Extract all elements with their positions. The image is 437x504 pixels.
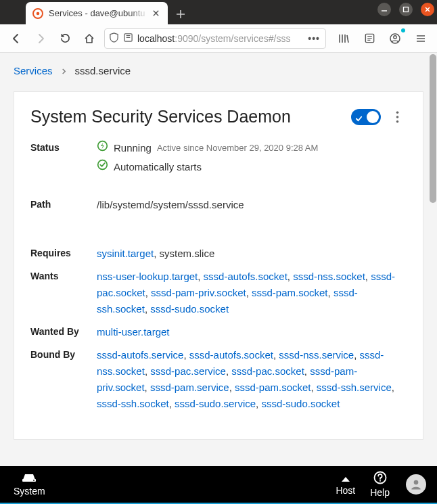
wantedby-label: Wanted By: [30, 324, 97, 339]
svg-point-13: [33, 480, 34, 481]
dependency-link[interactable]: sssd-autofs.service: [97, 349, 183, 361]
browser-tab[interactable]: Services - dave@ubuntu: [26, 2, 168, 24]
reload-button[interactable]: [55, 29, 74, 48]
dependency-link[interactable]: sssd-sudo.socket: [261, 398, 340, 409]
url-text: localhost:9090/system/services#/sss: [137, 33, 302, 44]
help-nav-button[interactable]: Help: [365, 471, 395, 498]
status-row: Status Running Active since November 29,…: [30, 140, 407, 175]
dependency-link[interactable]: sssd-pac.service: [150, 365, 226, 377]
browser-toolbar: localhost:9090/system/services#/sss •••: [0, 24, 437, 53]
svg-point-6: [394, 35, 396, 38]
dependency-link[interactable]: sssd-nss.service: [279, 349, 354, 361]
chevron-right-icon: [61, 65, 67, 76]
host-nav-button[interactable]: Host: [330, 474, 361, 496]
window-minimize-button[interactable]: [377, 3, 391, 16]
boundby-label: Bound By: [30, 347, 97, 362]
dependency-link[interactable]: sssd-sudo.service: [175, 398, 256, 409]
autostart-check-icon: [97, 159, 108, 175]
dependency-link[interactable]: sssd-autofs.socket: [204, 271, 288, 282]
window-controls: [377, 3, 434, 16]
browser-tabstrip: Services - dave@ubuntu: [0, 0, 437, 24]
page-title: System Security Services Daemon: [30, 107, 291, 127]
page-viewport: Services sssd.service System Security Se…: [0, 53, 437, 466]
svg-point-1: [37, 12, 40, 15]
reader-view-button[interactable]: [360, 29, 379, 48]
new-tab-button[interactable]: [170, 4, 191, 24]
actions-menu-button[interactable]: [388, 108, 407, 127]
wantedby-list: multi-user.target: [97, 324, 407, 340]
account-button[interactable]: [386, 29, 405, 48]
wants-list: nss-user-lookup.target, sssd-autofs.sock…: [97, 269, 407, 317]
status-since: Active since November 29, 2020 9:28 AM: [157, 141, 318, 156]
site-info-icon[interactable]: [123, 32, 133, 45]
help-label: Help: [370, 487, 390, 498]
library-button[interactable]: [334, 29, 353, 48]
toolbar-right: [331, 29, 430, 48]
back-button[interactable]: [7, 29, 26, 48]
path-row: Path /lib/systemd/system/sssd.service: [30, 197, 407, 213]
address-bar[interactable]: localhost:9090/system/services#/sss •••: [104, 28, 326, 49]
path-value: /lib/systemd/system/sssd.service: [97, 197, 407, 213]
dependency-link[interactable]: sssd-pam.socket: [252, 287, 328, 298]
breadcrumb-root-link[interactable]: Services: [14, 65, 53, 76]
breadcrumb: Services sssd.service: [0, 53, 437, 86]
svg-point-16: [414, 480, 419, 485]
help-icon: [373, 471, 387, 486]
boundby-row: Bound By sssd-autofs.service, sssd-autof…: [30, 347, 407, 412]
page-title-row: System Security Services Daemon: [30, 107, 407, 127]
svg-rect-2: [404, 7, 409, 12]
service-enable-toggle[interactable]: [351, 109, 381, 125]
path-label: Path: [30, 197, 97, 212]
dependency-link: system.slice: [160, 248, 215, 259]
home-button[interactable]: [80, 29, 99, 48]
boundby-list: sssd-autofs.service, sssd-autofs.socket,…: [97, 347, 407, 412]
system-label: System: [14, 486, 45, 497]
requires-list: sysinit.target, system.slice: [97, 246, 407, 262]
cockpit-favicon: [32, 8, 43, 19]
system-nav-button[interactable]: System: [8, 472, 51, 497]
wants-row: Wants nss-user-lookup.target, sssd-autof…: [30, 269, 407, 317]
svg-point-11: [98, 160, 108, 170]
status-label: Status: [30, 140, 97, 155]
triangle-up-icon: [341, 474, 350, 484]
dependency-link[interactable]: sssd-pam.socket: [235, 382, 311, 393]
dependency-link[interactable]: sssd-autofs.socket: [189, 349, 273, 361]
wantedby-row: Wanted By multi-user.target: [30, 324, 407, 340]
scrollbar[interactable]: [429, 53, 437, 466]
breadcrumb-current: sssd.service: [75, 65, 131, 76]
cockpit-bottombar: System Host Help: [0, 466, 437, 504]
server-icon: [22, 472, 37, 485]
requires-row: Requires sysinit.target, system.slice: [30, 246, 407, 262]
window-close-button[interactable]: [421, 3, 434, 16]
user-avatar[interactable]: [406, 474, 426, 495]
toggle-knob: [367, 111, 379, 123]
forward-button[interactable]: [31, 29, 50, 48]
check-icon: [355, 107, 363, 127]
svg-point-8: [396, 116, 398, 118]
shield-icon[interactable]: [109, 32, 119, 45]
dependency-link[interactable]: sysinit.target: [97, 248, 154, 259]
page-actions-icon[interactable]: •••: [306, 33, 321, 44]
status-value: Running: [114, 140, 152, 156]
status-autostart: Automatically starts: [114, 159, 202, 175]
dependency-link[interactable]: nss-user-lookup.target: [97, 271, 198, 282]
tab-close-button[interactable]: [150, 8, 161, 19]
dependency-link[interactable]: sssd-ssh.service: [317, 382, 392, 393]
dependency-link[interactable]: sssd-sudo.socket: [150, 303, 229, 315]
service-card: System Security Services Daemon Status R: [14, 91, 423, 440]
dependency-link[interactable]: sssd-pam.service: [150, 382, 229, 393]
dependency-link[interactable]: sssd-pam-priv.socket: [151, 287, 246, 298]
menu-button[interactable]: [411, 29, 430, 48]
dependency-link[interactable]: sssd-ssh.socket: [97, 398, 169, 409]
running-bolt-icon: [97, 140, 108, 156]
dependency-link[interactable]: sssd-pac.socket: [231, 365, 304, 377]
window-maximize-button[interactable]: [399, 3, 413, 16]
scrollbar-thumb[interactable]: [430, 54, 436, 203]
svg-point-9: [396, 120, 398, 122]
svg-point-15: [380, 480, 381, 482]
dependency-link[interactable]: sssd-nss.socket: [293, 271, 365, 282]
requires-label: Requires: [30, 246, 97, 260]
tab-title: Services - dave@ubuntu: [49, 8, 150, 18]
host-label: Host: [336, 485, 355, 496]
dependency-link[interactable]: multi-user.target: [97, 326, 170, 338]
